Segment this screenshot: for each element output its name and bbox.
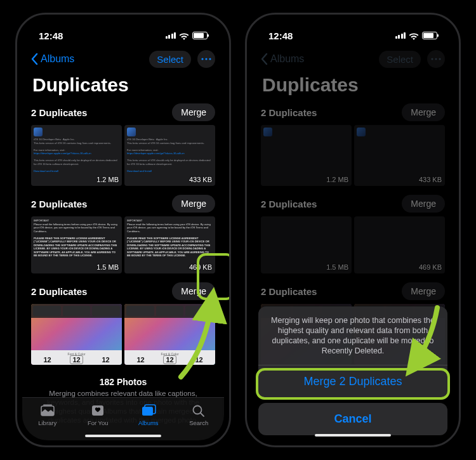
nav-bar: Albums Select xyxy=(22,45,224,72)
select-button: Select xyxy=(379,51,421,68)
back-button: Albums xyxy=(261,53,304,65)
group-title: 2 Duplicates xyxy=(31,286,87,297)
photo-thumbnail[interactable]: iOS 16 Developer Beta · Apple Inc.This b… xyxy=(124,125,215,186)
merge-button[interactable]: Merge xyxy=(172,282,215,300)
more-button xyxy=(427,50,445,68)
merge-button: Merge xyxy=(402,103,445,121)
photo-count: 182 Photos xyxy=(43,378,204,386)
select-button[interactable]: Select xyxy=(149,51,191,68)
group-title: 2 Duplicates xyxy=(31,199,87,209)
sheet-message: Merging will keep one photo that combine… xyxy=(258,306,447,365)
merge-button: Merge xyxy=(402,282,445,300)
svg-point-11 xyxy=(439,58,440,60)
group-title: 2 Duplicates xyxy=(261,286,317,297)
content: 2 Duplicates Merge iOS 16 Developer Beta… xyxy=(22,103,224,430)
svg-point-1 xyxy=(205,58,207,60)
battery-icon xyxy=(192,32,208,39)
svg-rect-4 xyxy=(43,404,52,405)
photo-thumbnail[interactable]: iOS 16 Developer Beta · Apple Inc.This b… xyxy=(31,125,122,186)
status-icons xyxy=(166,32,208,39)
file-size: 1.5 MB xyxy=(96,263,119,271)
back-label: Albums xyxy=(270,53,304,65)
tab-bar: Library For You Albums Search xyxy=(22,397,224,440)
tab-library[interactable]: Library xyxy=(22,398,73,431)
photo-thumbnail: 1.2 MB xyxy=(261,125,352,186)
svg-rect-6 xyxy=(142,407,153,416)
photo-thumbnail[interactable]: Font & Color 12 12 12 xyxy=(124,304,215,365)
home-indicator[interactable] xyxy=(315,434,391,437)
photo-thumbnail: 1.5 MB xyxy=(261,216,352,273)
action-sheet: Merging will keep one photo that combine… xyxy=(258,306,447,435)
file-size: 433 KB xyxy=(189,176,212,183)
duplicate-group: 2 Duplicates Merge IMPORTANTPlease read … xyxy=(31,195,215,273)
group-title: 2 Duplicates xyxy=(261,199,317,209)
photo-thumbnail[interactable]: IMPORTANTPlease read the following terms… xyxy=(31,216,122,273)
svg-point-0 xyxy=(201,58,203,60)
back-button[interactable]: Albums xyxy=(31,53,74,65)
photo-thumbnail[interactable]: Font & Color 12 12 12 xyxy=(31,304,122,365)
group-title: 2 Duplicates xyxy=(31,107,87,118)
merge-button[interactable]: Merge xyxy=(172,103,215,121)
page-title: Duplicates xyxy=(252,72,454,103)
wifi-icon xyxy=(179,32,189,39)
duplicate-group: 2 Duplicates Merge iOS 16 Developer Beta… xyxy=(31,103,215,186)
tab-search[interactable]: Search xyxy=(174,398,225,431)
home-indicator[interactable] xyxy=(85,435,161,437)
svg-point-10 xyxy=(435,58,437,60)
svg-point-2 xyxy=(209,58,211,60)
wifi-icon xyxy=(409,32,419,39)
tab-albums[interactable]: Albums xyxy=(123,398,174,431)
group-title: 2 Duplicates xyxy=(261,107,317,118)
status-time: 12:48 xyxy=(39,30,63,41)
phone-right: 12:48 Albums Select xyxy=(245,13,461,447)
back-label: Albums xyxy=(41,53,74,65)
merge-button: Merge xyxy=(402,195,445,213)
duplicate-group: 2 Duplicates Merge Font & Color 12 12 xyxy=(31,282,215,365)
nav-bar: Albums Select xyxy=(252,45,454,72)
file-size: 1.2 MB xyxy=(96,176,119,183)
device-notch xyxy=(312,15,394,32)
status-time: 12:48 xyxy=(268,30,293,41)
sheet-cancel-button[interactable]: Cancel xyxy=(258,403,447,435)
page-title: Duplicates xyxy=(22,72,224,103)
tab-for-you[interactable]: For You xyxy=(73,398,124,431)
sheet-merge-action[interactable]: Merge 2 Duplicates xyxy=(258,365,447,398)
phone-left: 12:48 Albums Select xyxy=(15,13,231,447)
merge-button[interactable]: Merge xyxy=(172,195,215,213)
cellular-icon xyxy=(166,32,176,39)
status-icons xyxy=(395,32,438,39)
screen: 12:48 Albums Select xyxy=(22,20,224,440)
device-notch xyxy=(82,15,164,32)
photo-thumbnail[interactable]: IMPORTANTPlease read the following terms… xyxy=(124,216,215,273)
more-button[interactable] xyxy=(197,50,215,68)
duplicate-group: 2 Duplicates Merge 1.2 MB 433 KB xyxy=(261,103,445,186)
duplicate-group: 2 Duplicates Merge 1.5 MB 469 KB xyxy=(261,195,445,273)
screen: 12:48 Albums Select xyxy=(252,20,454,440)
photo-thumbnail: 469 KB xyxy=(354,216,445,273)
file-size: 469 KB xyxy=(189,263,212,271)
photo-thumbnail: 433 KB xyxy=(354,125,445,186)
svg-point-9 xyxy=(431,58,433,60)
cellular-icon xyxy=(395,32,406,39)
battery-icon xyxy=(422,32,437,39)
